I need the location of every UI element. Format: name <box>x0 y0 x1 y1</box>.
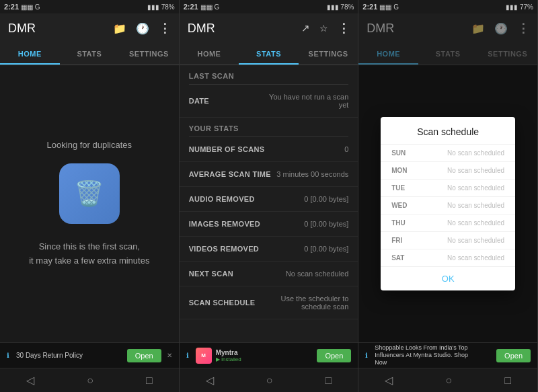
tab-settings-1[interactable]: SETTINGS <box>119 43 179 65</box>
app-bar-2: DMR <box>180 13 358 43</box>
dialog-ok-btn[interactable]: OK <box>381 267 515 290</box>
dialog-row-thu: THU No scan scheduled <box>381 214 515 232</box>
ad-bar-1: ℹ 30 Days Return Policy Open ✕ <box>0 342 179 368</box>
tab-settings-2[interactable]: SETTINGS <box>299 43 358 65</box>
stat-value-date: You have not run a scan yet <box>261 93 349 109</box>
status-right-2: ▮▮▮ 78% <box>327 3 354 11</box>
more-icon-2[interactable] <box>338 21 350 36</box>
signal-icons-1: ▦▦ G <box>21 3 40 11</box>
tab-stats-1[interactable]: STATS <box>60 43 120 65</box>
trash-icon: 🗑️ <box>74 180 104 208</box>
dialog-row-tue: TUE No scan scheduled <box>381 180 515 197</box>
stat-row-2: AUDIO REMOVED 0 [0.00 bytes] <box>180 187 358 212</box>
app-bar-1: DMR 📁 🕐 <box>0 13 179 43</box>
myntra-ad: M Myntra ▶ Installed <box>196 348 241 364</box>
more-icon-1[interactable] <box>159 21 171 36</box>
dialog-sched-tue: No scan scheduled <box>447 184 504 192</box>
stats-content: LAST SCAN DATE You have not run a scan y… <box>180 65 358 342</box>
dialog-row-mon: MON No scan scheduled <box>381 162 515 180</box>
dialog-day-sun: SUN <box>391 149 412 157</box>
dialog-row-sat: SAT No scan scheduled <box>381 249 515 267</box>
tab-stats-2[interactable]: STATS <box>239 43 299 65</box>
star-icon[interactable] <box>319 22 328 34</box>
myntra-texts: Myntra ▶ Installed <box>216 349 241 362</box>
dialog-sched-wed: No scan scheduled <box>447 202 504 209</box>
app-bar-icons-1: 📁 🕐 <box>113 21 171 36</box>
ad-info-icon-2: ℹ <box>186 352 189 359</box>
tab-bar-3: HOME STATS SETTINGS <box>358 43 537 65</box>
status-time-3: 2:21 <box>362 3 377 11</box>
dialog-day-wed: WED <box>391 202 412 209</box>
more-icon-3 <box>517 21 529 36</box>
dialog-row-fri: FRI No scan scheduled <box>381 232 515 249</box>
recents-btn-3[interactable]: □ <box>504 375 511 387</box>
history-icon[interactable]: 🕐 <box>136 22 149 35</box>
tab-bar-2: HOME STATS SETTINGS <box>180 43 358 65</box>
tab-home-1[interactable]: HOME <box>0 43 60 65</box>
stat-label-2: AUDIO REMOVED <box>189 195 255 203</box>
panel-stats: 2:21 ▦▦ G ▮▮▮ 78% DMR HOME STATS SETTING… <box>180 0 359 392</box>
home-content: Looking for duplicates 🗑️ Since this is … <box>0 65 179 342</box>
stat-value-5: No scan scheduled <box>286 270 349 278</box>
myntra-name: Myntra <box>216 349 241 356</box>
dialog-day-thu: THU <box>391 219 412 227</box>
tab-home-2[interactable]: HOME <box>180 43 239 65</box>
nav-bar-2: ◁ ○ □ <box>180 368 358 392</box>
ad-left-3: ℹ Shoppable Looks From India's Top Influ… <box>365 344 469 366</box>
dialog-day-sat: SAT <box>391 254 412 262</box>
ad-open-btn-1[interactable]: Open <box>127 349 161 362</box>
recents-btn-2[interactable]: □ <box>325 375 332 387</box>
stat-value-3: 0 [0.00 bytes] <box>304 220 348 228</box>
myntra-installed: ▶ Installed <box>216 356 241 362</box>
dialog-sched-fri: No scan scheduled <box>447 237 504 244</box>
stat-row-5: NEXT SCAN No scan scheduled <box>180 262 358 286</box>
share-icon[interactable] <box>301 22 310 34</box>
stat-row-4: VIDEOS REMOVED 0 [0.00 bytes] <box>180 237 358 262</box>
battery-1: ▮▮▮ 78% <box>147 3 175 11</box>
ad-info-icon-1: ℹ <box>7 352 9 359</box>
dialog-title: Scan schedule <box>381 117 515 145</box>
ad-close-1[interactable]: ✕ <box>167 352 172 359</box>
stat-label-0: NUMBER OF SCANS <box>189 145 265 153</box>
status-left-3: 2:21 ▦▦ G <box>362 3 399 11</box>
stat-label-3: IMAGES REMOVED <box>189 220 260 228</box>
ad-text-3: Shoppable Looks From India's Top Influen… <box>375 344 469 366</box>
tab-settings-3: SETTINGS <box>477 43 537 65</box>
dim-overlay: Scan schedule SUN No scan scheduled MON … <box>358 65 537 342</box>
first-scan-text: Since this is the first scan, it may tak… <box>29 240 149 268</box>
status-time-2: 2:21 <box>184 3 198 11</box>
app-bar-3: DMR 📁 🕐 <box>358 13 537 43</box>
dialog-sched-thu: No scan scheduled <box>447 219 504 227</box>
home-btn-2[interactable]: ○ <box>266 375 273 387</box>
panel-dialog: 2:21 ▦▦ G ▮▮▮ 77% DMR 📁 🕐 HOME STATS SET… <box>358 0 538 392</box>
stat-row-0: NUMBER OF SCANS 0 <box>180 137 358 162</box>
back-btn-1[interactable]: ◁ <box>26 374 34 387</box>
home-btn-1[interactable]: ○ <box>87 375 93 387</box>
ad-info-icon-3: ℹ <box>365 352 368 359</box>
ad-open-btn-3[interactable]: Open <box>496 349 531 362</box>
stat-row-date: DATE You have not run a scan yet <box>180 85 358 118</box>
back-btn-3[interactable]: ◁ <box>385 374 393 387</box>
panel-home: 2:21 ▦▦ G ▮▮▮ 78% DMR 📁 🕐 HOME STATS SET… <box>0 0 180 392</box>
status-left-1: 2:21 ▦▦ G <box>4 3 40 11</box>
your-stats-header: YOUR STATS <box>180 118 358 136</box>
recents-btn-1[interactable]: □ <box>146 375 153 387</box>
panel3-main: 🗑️ Since this is the first scan, it may … <box>358 65 537 342</box>
stat-row-6: SCAN SCHEDULE Use the scheduler to sched… <box>180 286 358 319</box>
looking-text: Looking for duplicates <box>47 140 132 150</box>
home-btn-3[interactable]: ○ <box>446 375 453 387</box>
status-right-1: ▮▮▮ 78% <box>147 3 175 11</box>
battery-3: ▮▮▮ 77% <box>506 3 533 11</box>
stat-label-4: VIDEOS REMOVED <box>189 245 259 253</box>
folder-icon[interactable]: 📁 <box>113 22 126 35</box>
dialog-sched-mon: No scan scheduled <box>447 167 504 174</box>
battery-2: ▮▮▮ 78% <box>327 3 354 11</box>
ad-open-btn-2[interactable]: Open <box>317 349 351 362</box>
status-bar-1: 2:21 ▦▦ G ▮▮▮ 78% <box>0 0 179 13</box>
back-btn-2[interactable]: ◁ <box>206 374 214 387</box>
last-scan-header: LAST SCAN <box>180 65 358 84</box>
stat-value-4: 0 [0.00 bytes] <box>304 245 348 253</box>
status-left-2: 2:21 ▦▦ G <box>184 3 220 11</box>
signal-icons-2: ▦▦ G <box>200 3 220 11</box>
dialog-day-mon: MON <box>391 167 412 174</box>
